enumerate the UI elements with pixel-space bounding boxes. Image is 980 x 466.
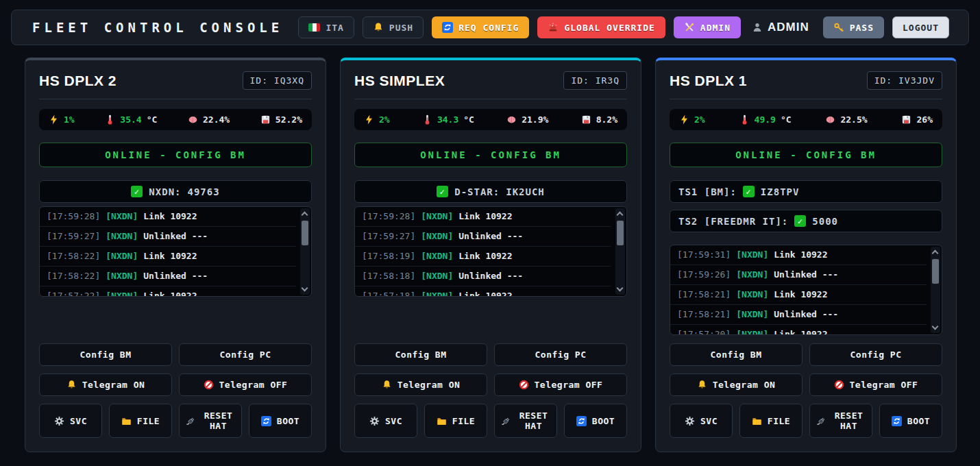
status-indicator: ONLINE - CONFIG BM <box>354 143 627 167</box>
floppy-icon <box>260 114 271 125</box>
file-button[interactable]: FILE <box>109 404 172 438</box>
folder-icon <box>437 416 447 426</box>
zap-icon <box>49 114 59 125</box>
check-icon <box>743 186 755 197</box>
log-entry: [17:58:21][NXDN]Unlinked --- <box>670 305 927 325</box>
folder-icon <box>121 416 132 426</box>
scroll-up-arrow[interactable] <box>302 212 308 219</box>
net-label: NXDN: <box>149 186 181 197</box>
telegram-on-button[interactable]: Telegram ON <box>670 373 803 396</box>
scroll-down-arrow[interactable] <box>617 285 624 292</box>
scrollbar-thumb[interactable] <box>932 259 939 284</box>
scrollbar[interactable] <box>615 208 625 295</box>
config-bm-button[interactable]: Config BM <box>354 343 487 366</box>
user-name-label: ADMIN <box>768 21 809 34</box>
tools-icon <box>684 22 695 33</box>
divider <box>670 99 942 99</box>
gear-icon <box>54 416 64 426</box>
config-pc-button[interactable]: Config PC <box>494 343 627 366</box>
log-entry: [17:59:31][NXDN]Link 10922 <box>670 245 927 265</box>
refresh-icon <box>261 416 271 426</box>
reset-hat-button[interactable]: RESET HAT <box>494 404 557 438</box>
telegram-on-button[interactable]: Telegram ON <box>354 373 487 396</box>
refresh-icon <box>576 416 587 426</box>
log-viewer[interactable]: [17:59:28][NXDN]Link 10922 [17:59:27][NX… <box>354 206 627 297</box>
svc-button[interactable]: SVC <box>39 404 102 438</box>
disk-stat: 26% <box>901 114 932 125</box>
config-pc-button[interactable]: Config PC <box>179 343 312 366</box>
bell-icon <box>382 380 392 390</box>
plug-icon <box>816 416 826 426</box>
panel-title: HS DPLX 1 <box>670 73 747 89</box>
req-config-button[interactable]: REQ CONFIG <box>432 16 529 38</box>
memory-stat: 22.5% <box>825 114 867 125</box>
reset-hat-button[interactable]: RESET HAT <box>179 404 242 438</box>
scrollbar-thumb[interactable] <box>617 221 624 245</box>
temperature-stat: 34.3°C <box>422 114 474 125</box>
log-viewer[interactable]: [17:59:31][NXDN]Link 10922 [17:59:26][NX… <box>670 245 942 335</box>
log-entry: [17:59:27][NXDN]Unlinked --- <box>40 227 296 247</box>
config-bm-button[interactable]: Config BM <box>39 343 172 366</box>
reset-hat-button[interactable]: RESET HAT <box>809 404 872 438</box>
config-bm-button[interactable]: Config BM <box>670 343 803 366</box>
plug-icon <box>501 416 511 426</box>
bell-icon <box>697 380 707 390</box>
push-notifications-button[interactable]: PUSH <box>363 16 424 38</box>
telegram-off-button[interactable]: Telegram OFF <box>494 373 627 396</box>
refresh-icon <box>442 22 453 33</box>
config-pc-button[interactable]: Config PC <box>809 343 942 366</box>
key-icon <box>833 22 844 33</box>
net-label: TS1 [BM]: <box>678 186 737 197</box>
bell-icon <box>373 22 384 33</box>
scroll-down-arrow[interactable] <box>932 323 939 330</box>
stats-bar: 2% 34.3°C 21.9% 8.2% <box>354 109 627 130</box>
blocked-icon <box>834 380 844 390</box>
telegram-off-button[interactable]: Telegram OFF <box>809 373 942 396</box>
net-value: IK2UCH <box>506 186 545 197</box>
header-controls: ITA PUSH REQ CONFIG GLOBAL OVERRIDE ADMI… <box>298 16 949 38</box>
boot-button[interactable]: BOOT <box>564 404 627 438</box>
scroll-up-arrow[interactable] <box>932 250 939 257</box>
scrollbar-thumb[interactable] <box>302 221 308 245</box>
scroll-down-arrow[interactable] <box>302 285 308 292</box>
log-entry: [17:58:21][NXDN]Link 10922 <box>670 285 927 305</box>
scrollbar[interactable] <box>931 247 940 333</box>
global-override-button[interactable]: GLOBAL OVERRIDE <box>537 16 665 38</box>
cpu-load-stat: 1% <box>49 114 75 125</box>
check-icon <box>437 186 448 197</box>
telegram-on-button[interactable]: Telegram ON <box>39 373 172 396</box>
zap-icon <box>364 114 374 125</box>
logout-button[interactable]: LOGOUT <box>892 16 949 38</box>
floppy-icon <box>901 114 911 125</box>
net-value: IZ8TPV <box>761 186 800 197</box>
stats-bar: 2% 49.9°C 22.5% 26% <box>670 109 942 130</box>
spacer <box>39 297 312 336</box>
file-button[interactable]: FILE <box>424 404 487 438</box>
boot-button[interactable]: BOOT <box>249 404 312 438</box>
language-button[interactable]: ITA <box>298 16 354 38</box>
svc-button[interactable]: SVC <box>354 404 417 438</box>
telegram-off-button[interactable]: Telegram OFF <box>179 373 312 396</box>
net-value: 5000 <box>812 216 838 227</box>
disk-stat: 8.2% <box>581 114 617 125</box>
check-icon <box>131 186 143 197</box>
boot-button[interactable]: BOOT <box>879 404 942 438</box>
svc-button[interactable]: SVC <box>670 404 733 438</box>
net-label: TS2 [FREEDMR IT]: <box>678 216 788 227</box>
file-button[interactable]: FILE <box>739 404 803 438</box>
log-entry: [17:58:18][NXDN]Unlinked --- <box>355 267 611 286</box>
network-status-ts1: TS1 [BM]: IZ8TPV <box>670 180 942 203</box>
log-viewer[interactable]: [17:59:28][NXDN]Link 10922 [17:59:27][NX… <box>39 206 312 297</box>
scroll-up-arrow[interactable] <box>617 212 624 219</box>
network-status-dstar: D-STAR: IK2UCH <box>354 180 627 203</box>
panel-title: HS SIMPLEX <box>354 73 445 89</box>
net-label: D-STAR: <box>454 186 500 197</box>
admin-panel-button[interactable]: ADMIN <box>674 16 741 38</box>
current-user: ADMIN <box>752 21 809 34</box>
log-entry: [17:58:22][NXDN]Link 10922 <box>40 247 296 267</box>
scrollbar[interactable] <box>300 208 310 295</box>
check-icon <box>794 215 806 227</box>
net-value: 49763 <box>188 186 220 197</box>
pass-button[interactable]: PASS <box>823 16 884 38</box>
network-status-nxdn: NXDN: 49763 <box>39 180 312 203</box>
